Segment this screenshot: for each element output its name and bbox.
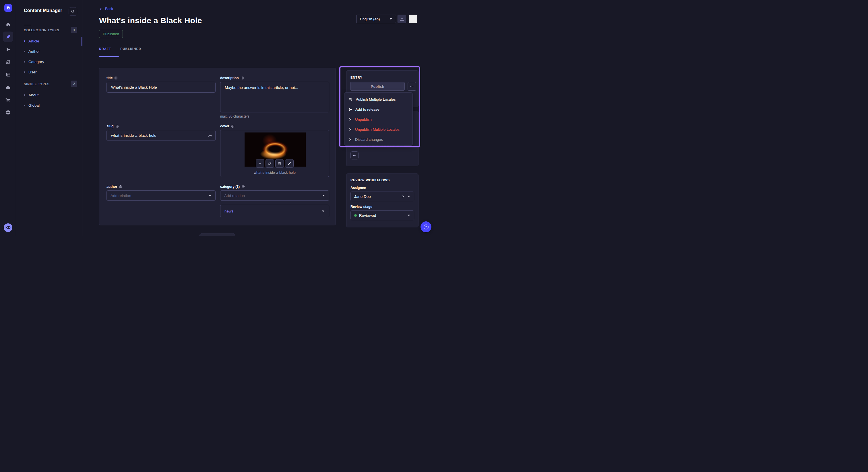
sidebar-item-about[interactable]: About — [24, 91, 77, 99]
globe-icon — [114, 76, 118, 80]
description-helper: max. 80 characters — [220, 114, 329, 119]
locale-select[interactable]: English (en) — [356, 14, 396, 23]
clear-assignee-icon[interactable] — [402, 195, 405, 198]
field-author: author Add relation — [106, 185, 216, 201]
assignee-label: Assignee — [350, 186, 414, 190]
collection-types-count-badge: 4 — [71, 27, 77, 33]
add-media-button[interactable] — [256, 159, 265, 168]
locale-value: English (en) — [360, 17, 380, 21]
menu-item-discard-changes[interactable]: Discard changes — [344, 134, 412, 144]
pencil-icon — [287, 162, 291, 165]
delete-media-button[interactable] — [275, 159, 284, 168]
relation-news-link[interactable]: news — [224, 209, 321, 213]
bullet-icon — [24, 71, 25, 73]
author-placeholder: Add relation — [111, 194, 208, 198]
sidebar-item-author[interactable]: Author — [24, 47, 77, 56]
globe-icon — [231, 125, 235, 128]
information-more-button[interactable] — [350, 151, 359, 160]
home-icon[interactable] — [3, 19, 13, 30]
sidebar-item-label: About — [28, 93, 38, 97]
active-item-indicator — [82, 37, 82, 46]
field-cover: cover what-s-inside-a-black-hole — [220, 124, 329, 177]
slug-input[interactable] — [106, 130, 216, 141]
sidebar-item-category[interactable]: Category — [24, 57, 77, 66]
content-type-builder-icon[interactable] — [3, 69, 13, 80]
category-relation-select[interactable]: Add relation — [220, 191, 329, 201]
user-avatar[interactable]: KD — [4, 224, 12, 232]
field-slug-label: slug — [106, 124, 216, 128]
section-collection-types: COLLECTION TYPES — [24, 28, 59, 32]
sidebar-item-label: Global — [28, 103, 40, 107]
search-button[interactable] — [69, 7, 77, 16]
review-stage-select[interactable]: Reviewed — [350, 210, 414, 220]
cross-icon — [348, 138, 352, 141]
media-library-icon[interactable] — [3, 57, 13, 67]
entry-panel-title: ENTRY — [350, 76, 363, 79]
remove-relation-icon[interactable] — [321, 209, 325, 213]
cloud-icon[interactable] — [3, 82, 13, 93]
menu-item-publish-multiple-locales[interactable]: Publish Multiple Locales — [344, 94, 412, 104]
trash-icon — [278, 162, 282, 165]
review-panel-title: REVIEW WORKFLOWS — [350, 178, 414, 182]
help-button[interactable]: ? — [421, 222, 431, 232]
entry-actions-menu: Publish Multiple Locales Add to release … — [344, 92, 413, 146]
chevron-down-icon — [322, 194, 325, 197]
review-stage-value: Reviewed — [359, 213, 405, 217]
menu-item-unpublish[interactable]: Unpublish — [344, 114, 412, 125]
search-icon — [71, 9, 75, 13]
bullet-icon — [24, 51, 25, 52]
sidebar-item-global[interactable]: Global — [24, 101, 77, 109]
back-link[interactable]: Back — [99, 7, 113, 11]
arrow-left-icon — [99, 7, 103, 11]
regenerate-slug-icon[interactable] — [208, 134, 212, 139]
menu-item-label: Unpublish — [355, 117, 372, 122]
field-title-label: title — [106, 76, 216, 80]
assignee-value: Jane Doe — [354, 194, 399, 199]
copy-link-button[interactable] — [266, 159, 274, 168]
menu-item-label: Add to release — [355, 107, 379, 111]
sidebar-item-label: Category — [28, 60, 44, 64]
sidebar-item-article[interactable]: Article — [24, 37, 77, 45]
marketplace-icon[interactable] — [3, 95, 13, 105]
review-workflows-panel: REVIEW WORKFLOWS Assignee Jane Doe Revie… — [346, 173, 418, 227]
title-input[interactable] — [106, 82, 216, 93]
field-description: description Maybe the answer is in this … — [220, 76, 329, 119]
sidebar-item-user[interactable]: User — [24, 68, 77, 76]
field-category-label: category (1) — [220, 185, 329, 189]
publish-button[interactable]: Publish — [350, 82, 405, 91]
edit-form-card: title description Maybe the answer is in… — [99, 68, 336, 225]
edit-media-button[interactable] — [285, 159, 293, 168]
plus-icon — [258, 162, 262, 165]
link-icon — [268, 162, 272, 165]
entry-more-button[interactable] — [408, 82, 416, 91]
menu-item-unpublish-multiple-locales[interactable]: Unpublish Multiple Locales — [344, 125, 412, 134]
strapi-logo[interactable] — [4, 4, 12, 12]
review-stage-label: Review stage — [350, 205, 414, 209]
chevron-down-icon — [389, 18, 392, 20]
question-mark-icon: ? — [424, 225, 429, 229]
globe-icon — [119, 185, 122, 189]
menu-item-label: Unpublish Multiple Locales — [355, 127, 400, 132]
description-textarea[interactable]: Maybe the answer is in this article, or … — [220, 82, 329, 112]
content-manager-icon[interactable] — [3, 32, 13, 42]
tab-published[interactable]: PUBLISHED — [120, 47, 141, 50]
field-description-label: description — [220, 76, 329, 80]
field-category: category (1) Add relation — [220, 185, 329, 201]
export-button[interactable] — [398, 14, 406, 23]
field-cover-label: cover — [220, 124, 329, 128]
menu-item-label: Publish Multiple Locales — [355, 97, 396, 102]
assignee-select[interactable]: Jane Doe — [350, 192, 414, 201]
author-relation-select[interactable]: Add relation — [106, 191, 216, 201]
settings-icon[interactable] — [3, 107, 13, 117]
menu-item-label: Discard changes — [355, 137, 383, 142]
globe-icon — [241, 76, 244, 80]
bullet-icon — [24, 61, 25, 63]
tab-draft[interactable]: DRAFT — [99, 47, 111, 50]
header-more-button[interactable] — [409, 14, 417, 23]
sidebar: Content Manager COLLECTION TYPES 4 Artic… — [16, 0, 82, 236]
ellipsis-icon — [410, 84, 414, 88]
chevron-down-icon — [208, 194, 212, 197]
releases-icon[interactable] — [3, 44, 13, 55]
sidebar-title: Content Manager — [24, 8, 62, 13]
menu-item-add-to-release[interactable]: Add to release — [344, 104, 412, 114]
